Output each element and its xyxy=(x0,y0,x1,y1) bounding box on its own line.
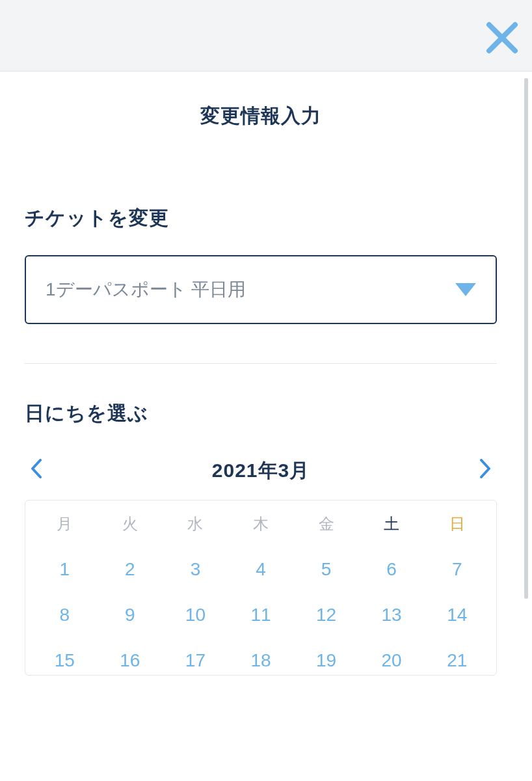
calendar-day[interactable]: 19 xyxy=(293,650,359,671)
dow-mon: 月 xyxy=(57,514,72,534)
calendar-day[interactable]: 10 xyxy=(163,605,228,625)
calendar-day[interactable]: 7 xyxy=(424,559,490,580)
calendar-day[interactable]: 4 xyxy=(228,559,294,580)
scrollbar[interactable] xyxy=(524,78,528,599)
calendar-day[interactable]: 15 xyxy=(32,650,98,671)
calendar-day[interactable]: 20 xyxy=(359,650,425,671)
ticket-type-selected-value: 1デーパスポート 平日用 xyxy=(46,277,246,302)
dow-tue: 火 xyxy=(122,514,138,534)
chevron-down-icon xyxy=(455,283,476,296)
chevron-left-icon xyxy=(30,459,43,478)
prev-month-button[interactable] xyxy=(25,457,48,484)
calendar-day[interactable]: 13 xyxy=(359,605,425,625)
calendar-day[interactable]: 2 xyxy=(98,559,163,580)
date-section-title: 日にちを選ぶ xyxy=(25,400,497,427)
dow-sun: 日 xyxy=(449,514,465,534)
calendar-day[interactable]: 17 xyxy=(163,650,228,671)
calendar-day[interactable]: 3 xyxy=(163,559,228,580)
close-button[interactable] xyxy=(485,21,519,55)
calendar-day[interactable]: 6 xyxy=(359,559,425,580)
calendar-day[interactable]: 14 xyxy=(424,605,490,625)
calendar: 月 火 水 木 金 土 日 1 2 3 4 5 6 7 8 9 10 11 12… xyxy=(25,500,497,676)
calendar-day[interactable]: 21 xyxy=(424,650,490,671)
ticket-type-select[interactable]: 1デーパスポート 平日用 xyxy=(25,255,497,324)
close-icon xyxy=(485,21,519,55)
month-label: 2021年3月 xyxy=(212,458,310,484)
calendar-day[interactable]: 16 xyxy=(98,650,163,671)
month-navigation: 2021年3月 xyxy=(25,457,497,484)
next-month-button[interactable] xyxy=(473,457,497,484)
ticket-section-title: チケットを変更 xyxy=(25,205,497,232)
dow-sat: 土 xyxy=(384,514,399,534)
calendar-day[interactable]: 8 xyxy=(32,605,98,625)
calendar-day[interactable]: 9 xyxy=(98,605,163,625)
calendar-day[interactable]: 1 xyxy=(32,559,98,580)
calendar-day[interactable]: 5 xyxy=(293,559,359,580)
page-title: 変更情報入力 xyxy=(25,72,497,140)
calendar-day[interactable]: 11 xyxy=(228,605,294,625)
chevron-right-icon xyxy=(479,459,492,478)
modal-header xyxy=(0,0,532,72)
dow-fri: 金 xyxy=(319,514,334,534)
calendar-day[interactable]: 18 xyxy=(228,650,294,671)
section-divider xyxy=(25,363,497,364)
calendar-day[interactable]: 12 xyxy=(293,605,359,625)
dow-wed: 水 xyxy=(187,514,203,534)
dow-thu: 木 xyxy=(253,514,269,534)
